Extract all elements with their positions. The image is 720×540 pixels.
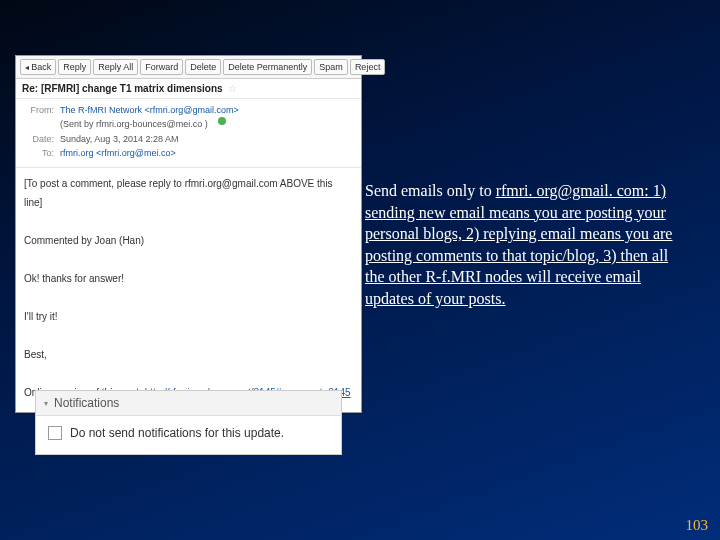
body-notice: [To post a comment, please reply to rfmr… <box>24 174 353 212</box>
body-line1: Ok! thanks for answer! <box>24 269 353 288</box>
forward-button[interactable]: Forward <box>140 59 183 75</box>
email-panel: Back Reply Reply All Forward Delete Dele… <box>15 55 362 413</box>
from-label: From: <box>24 103 54 117</box>
body-signoff: Best, <box>24 345 353 364</box>
reply-button[interactable]: Reply <box>58 59 91 75</box>
date-label: Date: <box>24 132 54 146</box>
star-icon[interactable]: ☆ <box>228 83 237 94</box>
email-toolbar: Back Reply Reply All Forward Delete Dele… <box>16 56 361 79</box>
email-body: [To post a comment, please reply to rfmr… <box>16 168 361 412</box>
delete-button[interactable]: Delete <box>185 59 221 75</box>
body-commented: Commented by Joan (Han) <box>24 231 353 250</box>
presence-icon <box>218 117 226 125</box>
notifications-header[interactable]: ▾ Notifications <box>36 391 341 416</box>
side-rest: 1) sending new email means you are posti… <box>365 182 672 307</box>
to-label: To: <box>24 146 54 160</box>
subject-text: Re: [RFMRI] change T1 matrix dimensions <box>22 83 223 94</box>
email-subject: Re: [RFMRI] change T1 matrix dimensions … <box>16 79 361 99</box>
from-value: The R-fMRI Network <rfmri.org@gmail.com> <box>60 103 239 117</box>
sent-by: (Sent by rfmri.org-bounces@mei.co ) <box>60 117 208 131</box>
page-number: 103 <box>686 517 709 534</box>
body-line2: I'll try it! <box>24 307 353 326</box>
email-headers: From: The R-fMRI Network <rfmri.org@gmai… <box>16 99 361 168</box>
collapse-icon: ▾ <box>44 399 48 408</box>
delete-permanently-button[interactable]: Delete Permanently <box>223 59 312 75</box>
notifications-body: Do not send notifications for this updat… <box>36 416 341 454</box>
reject-button[interactable]: Reject <box>350 59 386 75</box>
notify-checkbox[interactable] <box>48 426 62 440</box>
reply-all-button[interactable]: Reply All <box>93 59 138 75</box>
notify-checkbox-label: Do not send notifications for this updat… <box>70 426 284 440</box>
side-lead: Send emails only to <box>365 182 496 199</box>
back-button[interactable]: Back <box>20 59 56 75</box>
spam-button[interactable]: Spam <box>314 59 348 75</box>
slide-text: Send emails only to rfmri. org@gmail. co… <box>365 180 690 310</box>
notifications-panel: ▾ Notifications Do not send notification… <box>35 390 342 455</box>
date-value: Sunday, Aug 3, 2014 2:28 AM <box>60 132 178 146</box>
notifications-title: Notifications <box>54 396 119 410</box>
side-email: rfmri. org@gmail. com: <box>496 182 653 199</box>
to-value: rfmri.org <rfmri.org@mei.co> <box>60 146 176 160</box>
